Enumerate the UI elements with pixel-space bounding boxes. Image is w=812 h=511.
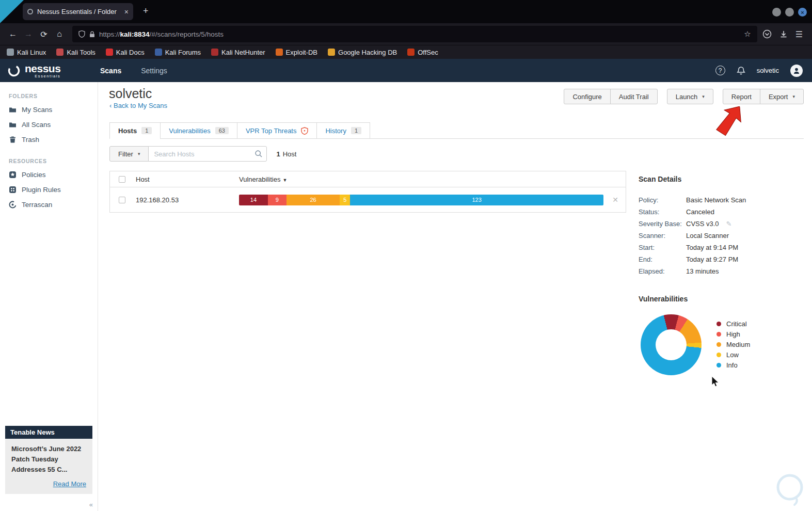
- host-count: 1Host: [276, 150, 296, 158]
- scan-actions: Configure Audit Trail Launch▾ Report Exp…: [564, 89, 804, 104]
- table-row[interactable]: 192.168.20.53 149265123 ✕: [110, 187, 626, 212]
- nessus-logo-icon: [7, 64, 21, 77]
- back-to-my-scans-link[interactable]: ‹ Back to My Scans: [109, 102, 167, 109]
- nessus-logo[interactable]: nessus Essentials: [0, 63, 92, 78]
- host-column-header[interactable]: Host: [136, 175, 239, 183]
- legend-label: Critical: [726, 320, 747, 328]
- hosts-count-badge: 1: [141, 127, 152, 134]
- bookmark-kali-docs[interactable]: Kali Docs: [106, 49, 145, 56]
- mouse-cursor: [711, 376, 721, 388]
- bookmark-google-hacking-db[interactable]: Google Hacking DB: [328, 49, 397, 56]
- severity-segment-info[interactable]: 123: [350, 195, 603, 205]
- avatar[interactable]: [790, 65, 803, 77]
- tab-hosts[interactable]: Hosts 1: [109, 122, 161, 138]
- select-all-checkbox[interactable]: [119, 176, 125, 183]
- new-tab-button[interactable]: +: [143, 6, 149, 16]
- severity-segment-low[interactable]: 5: [340, 195, 350, 205]
- back-button[interactable]: ←: [5, 26, 21, 42]
- vulnerabilities-column-header[interactable]: Vulnerabilities▼: [239, 175, 287, 183]
- detail-row-policy: Policy:Basic Network Scan: [639, 194, 805, 206]
- sidebar-item-trash[interactable]: Trash: [0, 132, 98, 147]
- window-close-button[interactable]: ×: [798, 8, 807, 17]
- table-header: Host Vulnerabilities▼: [110, 171, 626, 187]
- tab-vulnerabilities[interactable]: Vulnerabilities 63: [160, 122, 237, 138]
- menu-icon[interactable]: ☰: [795, 29, 803, 39]
- legend-item-medium[interactable]: Medium: [717, 339, 750, 349]
- bookmark-exploit-db[interactable]: Exploit-DB: [276, 49, 317, 56]
- severity-segment-medium[interactable]: 26: [286, 195, 340, 205]
- bookmark-favicon: [106, 49, 113, 56]
- search-wrap: [148, 146, 267, 162]
- browser-tab[interactable]: Nessus Essentials / Folder ×: [23, 3, 133, 20]
- pocket-icon[interactable]: [762, 29, 772, 39]
- bookmark-kali-linux[interactable]: Kali Linux: [7, 49, 46, 56]
- scan-details-rows: Policy:Basic Network Scan Status:Cancele…: [639, 194, 805, 277]
- toolbar-right-icons: ☰: [762, 29, 807, 39]
- scan-tabs: Hosts 1 Vulnerabilities 63 VPR Top Threa…: [109, 122, 804, 139]
- url-scheme: https://: [99, 30, 120, 38]
- reload-button[interactable]: ⟳: [36, 26, 52, 42]
- url-host: kali:8834: [120, 30, 150, 38]
- detail-row-end: End:Today at 9:27 PM: [639, 253, 805, 265]
- sidebar-item-plugin-rules[interactable]: Plugin Rules: [0, 182, 98, 197]
- lock-icon[interactable]: [89, 31, 95, 38]
- resources-section-label: RESOURCES: [9, 158, 98, 164]
- bookmark-star-icon[interactable]: ☆: [744, 29, 751, 39]
- host-ip[interactable]: 192.168.20.53: [136, 196, 239, 204]
- downloads-icon[interactable]: [779, 29, 788, 39]
- severity-segment-high[interactable]: 9: [268, 195, 286, 205]
- bookmark-kali-nethunter[interactable]: Kali NetHunter: [211, 49, 265, 56]
- vulnerabilities-count-badge: 63: [215, 127, 229, 134]
- forward-button[interactable]: →: [21, 26, 36, 42]
- tab-close-icon[interactable]: ×: [124, 8, 129, 16]
- help-icon[interactable]: ?: [715, 66, 725, 75]
- nav-scans[interactable]: Scans: [100, 67, 121, 75]
- detail-row-elapsed: Elapsed:13 minutes: [639, 265, 805, 277]
- sidebar-collapse-icon[interactable]: «: [89, 501, 93, 508]
- bookmark-favicon: [211, 49, 218, 56]
- launch-button[interactable]: Launch▾: [667, 89, 713, 104]
- vulnerabilities-donut[interactable]: [641, 314, 702, 375]
- home-button[interactable]: ⌂: [52, 26, 67, 42]
- severity-segment-critical[interactable]: 14: [239, 195, 268, 205]
- tenable-news-headline[interactable]: Microsoft’s June 2022 Patch Tuesday Addr…: [11, 444, 85, 475]
- configure-button[interactable]: Configure: [564, 89, 610, 104]
- tab-history[interactable]: History 1: [316, 122, 370, 138]
- read-more-link[interactable]: Read More: [11, 480, 86, 488]
- legend-label: Medium: [726, 341, 750, 348]
- username[interactable]: solvetic: [757, 67, 779, 74]
- legend-item-low[interactable]: Low: [717, 349, 750, 360]
- window-maximize-button[interactable]: [785, 8, 794, 17]
- sidebar-item-my-scans[interactable]: My Scans: [0, 102, 98, 117]
- detail-row-start: Start:Today at 9:14 PM: [639, 242, 805, 253]
- tab-vpr-top-threats[interactable]: VPR Top Threats: [237, 122, 317, 138]
- legend-dot: [717, 353, 721, 357]
- screen: Nessus Essentials / Folder × + × ← → ⟳ ⌂…: [0, 0, 812, 511]
- row-remove-icon[interactable]: ✕: [612, 196, 618, 204]
- legend-item-high[interactable]: High: [717, 329, 750, 339]
- bookmark-kali-tools[interactable]: Kali Tools: [56, 49, 95, 56]
- legend-item-info[interactable]: Info: [717, 360, 750, 370]
- nav-settings[interactable]: Settings: [141, 67, 167, 75]
- export-button[interactable]: Export▾: [760, 89, 804, 104]
- audit-trail-button[interactable]: Audit Trail: [610, 89, 658, 104]
- legend-item-critical[interactable]: Critical: [717, 318, 750, 329]
- vulnerabilities-legend: CriticalHighMediumLowInfo: [717, 318, 750, 370]
- search-hosts-input[interactable]: [148, 146, 267, 162]
- chevron-down-icon: ▾: [792, 94, 795, 99]
- edit-pencil-icon[interactable]: ✎: [726, 220, 732, 228]
- filter-button[interactable]: Filter ▾: [109, 146, 149, 162]
- window-minimize-button[interactable]: [772, 8, 781, 17]
- bookmark-offsec[interactable]: OffSec: [407, 49, 438, 56]
- row-checkbox[interactable]: [119, 197, 125, 203]
- notifications-bell-icon[interactable]: [737, 66, 745, 75]
- sidebar-item-policies[interactable]: Policies: [0, 167, 98, 182]
- url-bar[interactable]: https://kali:8834/#/scans/reports/5/host…: [72, 26, 757, 42]
- sidebar-item-all-scans[interactable]: All Scans: [0, 117, 98, 132]
- tab-title: Nessus Essentials / Folder: [37, 8, 120, 15]
- tracking-shield-icon[interactable]: [78, 30, 85, 38]
- search-icon[interactable]: [254, 150, 263, 158]
- sidebar-item-terrascan[interactable]: Terrascan: [0, 197, 98, 212]
- bookmark-kali-forums[interactable]: Kali Forums: [155, 49, 201, 56]
- legend-dot: [717, 363, 721, 368]
